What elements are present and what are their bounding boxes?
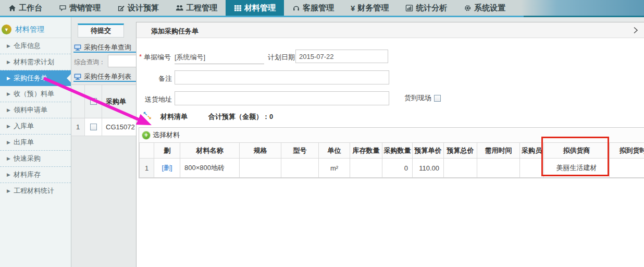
sidebar-item-material-stock[interactable]: ▶材料库存: [0, 167, 71, 183]
triangle-right-icon: ▶: [7, 156, 10, 161]
buyer-cell: [520, 159, 544, 178]
supplier-column-highlight-box: [541, 137, 609, 176]
nav-item-label: 统计分析: [416, 3, 447, 13]
col-buyer: 采购员: [520, 143, 544, 159]
address-input[interactable]: [175, 91, 389, 105]
purchase-task-list-table: 采购单 1 CG15072: [71, 84, 136, 136]
section-purchase-task-list: 采购任务单列表: [74, 72, 137, 81]
top-nav: 工作台 营销管理 设计预算 工程管理 材料管理 客服管理 ¥ 财务管理 统计分析: [0, 0, 644, 16]
required-asterisk: *: [139, 53, 142, 60]
sidebar-header-label: 材料管理: [15, 25, 44, 34]
combined-query-label: 综合查询：: [74, 58, 105, 67]
spec-cell: [240, 159, 281, 178]
sidebar-item-material-request[interactable]: ▶领料申请单: [0, 102, 71, 118]
sidebar-item-outbound[interactable]: ▶出库单: [0, 135, 71, 151]
sidebar: ▼ 材料管理 ▶仓库信息 ▶材料需求计划 ▶采购任务单 ▶收（预）料单 ▶领料申…: [0, 17, 71, 267]
triangle-right-icon: ▶: [7, 59, 10, 65]
need-time-cell: [477, 159, 520, 178]
budget-total: 合计预算（金额）：0: [208, 112, 273, 122]
goods-onsite-label: 货到现场: [404, 93, 431, 103]
unit-cell: m²: [319, 159, 350, 178]
nav-item-label: 财务管理: [357, 3, 389, 13]
sidebar-item-inbound[interactable]: ▶入库单: [0, 118, 71, 135]
triangle-right-icon: ▶: [7, 172, 10, 177]
nav-item-label: 系统设置: [474, 3, 505, 13]
nav-item-workbench[interactable]: 工作台: [0, 0, 51, 16]
nav-item-finance[interactable]: ¥ 财务管理: [342, 0, 397, 16]
col-budget-total: 预算总价: [444, 143, 477, 159]
nav-item-materials[interactable]: 材料管理: [226, 0, 284, 16]
material-name-cell: 800×800地砖: [180, 159, 240, 178]
panel-title: 添加采购任务单: [151, 27, 199, 36]
row-checkbox[interactable]: [90, 124, 97, 130]
home-icon: [8, 4, 16, 12]
yen-icon: ¥: [351, 4, 355, 13]
budget-total-cell: [444, 159, 477, 178]
sidebar-item-receive-material[interactable]: ▶收（预）料单: [0, 86, 71, 102]
nav-item-customer-service[interactable]: 客服管理: [284, 0, 342, 16]
edit-icon: [117, 4, 125, 12]
users-icon: [176, 4, 183, 12]
material-list-title: 材料清单: [160, 112, 188, 122]
row-index: 1: [140, 159, 154, 178]
nav-item-label: 材料管理: [244, 3, 276, 13]
triangle-right-icon: ▶: [7, 43, 10, 48]
sidebar-item-purchase-task[interactable]: ▶采购任务单: [0, 70, 71, 86]
col-material-name: 材料名称: [180, 143, 240, 159]
triangle-right-icon: ▶: [7, 140, 10, 145]
list-col-order-no: 采购单: [102, 97, 136, 106]
monitor-icon: [74, 44, 81, 51]
plan-date-input[interactable]: [295, 50, 388, 63]
nav-item-engineering[interactable]: 工程管理: [167, 0, 226, 16]
row-index: 1: [71, 118, 85, 136]
nav-item-label: 设计预算: [128, 3, 159, 13]
budget-unit-price-cell: 110.00: [413, 159, 444, 178]
nav-item-design-budget[interactable]: 设计预算: [109, 0, 167, 16]
section-underline: [73, 52, 136, 53]
col-unit: 单位: [319, 143, 350, 159]
col-spec: 规格: [240, 143, 281, 159]
select-all-checkbox[interactable]: [90, 98, 97, 105]
sidebar-header[interactable]: ▼ 材料管理: [0, 21, 71, 38]
triangle-right-icon: ▶: [7, 124, 10, 129]
nav-item-marketing[interactable]: 营销管理: [51, 0, 109, 16]
col-stock-qty: 库存数量: [350, 143, 382, 159]
resize-arrows-icon: ↖↘: [143, 112, 152, 120]
col-model: 型号: [281, 143, 319, 159]
arrival-time-cell: [610, 159, 644, 178]
collapse-panel-icon[interactable]: [631, 26, 640, 34]
doc-no-label: 单据编号: [144, 53, 171, 62]
gear-icon: [464, 4, 472, 12]
app-window: 工作台 营销管理 设计预算 工程管理 材料管理 客服管理 ¥ 财务管理 统计分析: [0, 0, 644, 267]
nav-item-label: 工程管理: [186, 3, 217, 13]
panel-header: 添加采购任务单: [137, 22, 644, 38]
triangle-right-icon: ▶: [7, 188, 10, 193]
delete-row-link[interactable]: [删]: [162, 164, 172, 172]
list-row[interactable]: 1 CG15072: [71, 118, 136, 136]
list-header-row: 采购单: [71, 84, 136, 118]
col-delete: 删: [154, 143, 180, 159]
model-cell: [281, 159, 319, 178]
grid-icon: [234, 4, 242, 12]
combined-query-input[interactable]: [108, 55, 139, 67]
sidebar-item-warehouse-info[interactable]: ▶仓库信息: [0, 38, 71, 54]
sidebar-menu: ▶仓库信息 ▶材料需求计划 ▶采购任务单 ▶收（预）料单 ▶领料申请单 ▶入库单…: [0, 38, 71, 199]
sidebar-item-material-demand-plan[interactable]: ▶材料需求计划: [0, 54, 71, 70]
sidebar-item-quick-purchase[interactable]: ▶快速采购: [0, 151, 71, 167]
select-material-button[interactable]: + 选择材料: [142, 130, 180, 140]
nav-item-settings[interactable]: 系统设置: [455, 0, 514, 16]
nav-item-statistics[interactable]: 统计分析: [397, 0, 455, 16]
chevron-down-circle-icon: ▼: [2, 25, 11, 34]
goods-onsite-checkbox[interactable]: [434, 95, 441, 102]
remark-input[interactable]: [175, 70, 389, 84]
sidebar-item-project-material-stats[interactable]: ▶工程材料统计: [0, 183, 71, 199]
doc-no-field[interactable]: [系统编号]: [175, 50, 264, 64]
nav-item-label: 营销管理: [69, 3, 101, 13]
nav-item-label: 客服管理: [303, 3, 334, 13]
col-budget-unit-price: 预算单价: [413, 143, 444, 159]
col-need-time: 需用时间: [477, 143, 520, 159]
headset-icon: [292, 4, 300, 12]
tab-pending-submit[interactable]: 待提交: [78, 23, 124, 38]
plus-circle-icon: +: [142, 131, 150, 139]
monitor-icon: [74, 73, 81, 80]
